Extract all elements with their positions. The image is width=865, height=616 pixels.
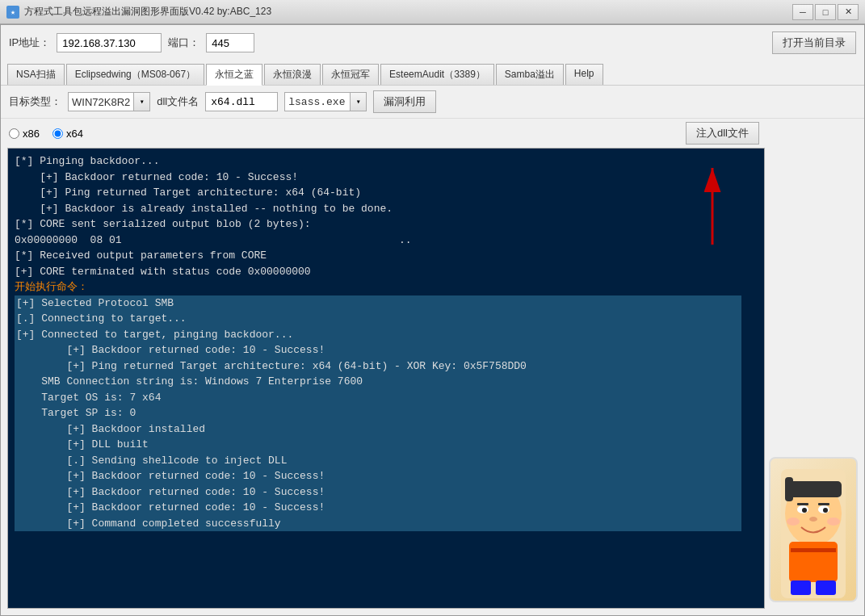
svg-rect-15	[789, 542, 838, 582]
inject-btn-wrap: 注入dll文件	[686, 122, 759, 145]
character-image	[769, 457, 858, 602]
tab-eternalblue[interactable]: 永恒之蓝	[206, 64, 262, 86]
lsass-dropdown[interactable]: lsass.exe ▾	[284, 92, 367, 111]
svg-point-14	[827, 518, 840, 526]
x86-radio[interactable]	[9, 128, 19, 139]
svg-rect-11	[818, 503, 829, 505]
tab-bar: NSA扫描 Eclipsedwing（MS08-067） 永恒之蓝 永恒浪漫 永…	[1, 61, 864, 86]
target-type-label: 目标类型：	[9, 94, 61, 109]
x86-radio-label[interactable]: x86	[9, 128, 40, 140]
x86-label: x86	[23, 128, 40, 140]
target-type-value: WIN72K8R2	[69, 94, 133, 110]
window-controls: ─ □ ✕	[792, 4, 859, 20]
port-label: 端口：	[168, 36, 199, 50]
tab-eternalchampion[interactable]: 永恒冠军	[322, 64, 379, 85]
x64-radio[interactable]	[52, 128, 63, 139]
ip-label: IP地址：	[9, 36, 50, 50]
close-button[interactable]: ✕	[838, 4, 859, 20]
tab-nsa[interactable]: NSA扫描	[7, 64, 65, 85]
app-icon: ★	[6, 6, 19, 19]
maximize-button[interactable]: □	[815, 4, 836, 20]
svg-rect-10	[797, 503, 808, 505]
console-output[interactable]: [*] Pinging backdoor... [+] Backdoor ret…	[8, 149, 764, 608]
exploit-button[interactable]: 漏洞利用	[373, 90, 436, 113]
svg-rect-17	[791, 580, 811, 595]
dll-label: dll文件名	[157, 94, 199, 109]
radio-row: x86 x64 注入dll文件	[1, 119, 864, 148]
tab-help[interactable]: Help	[565, 64, 603, 85]
config-row: 目标类型： WIN72K8R2 ▾ dll文件名 lsass.exe ▾ 漏洞利…	[1, 86, 864, 119]
target-type-arrow[interactable]: ▾	[133, 93, 149, 111]
svg-point-12	[809, 517, 817, 522]
inject-dll-button[interactable]: 注入dll文件	[686, 122, 759, 145]
lsass-arrow[interactable]: ▾	[350, 93, 366, 111]
target-type-dropdown[interactable]: WIN72K8R2 ▾	[68, 92, 150, 111]
svg-rect-16	[791, 548, 836, 552]
console-area: [*] Pinging backdoor... [+] Backdoor ret…	[7, 148, 765, 609]
top-row: IP地址： 端口： 打开当前目录	[1, 25, 864, 61]
x64-label: x64	[66, 128, 83, 140]
console-wrapper: [*] Pinging backdoor... [+] Backdoor ret…	[7, 148, 858, 609]
minimize-button[interactable]: ─	[792, 4, 813, 20]
open-dir-button[interactable]: 打开当前目录	[772, 31, 856, 54]
tab-esteemaudit[interactable]: EsteemAudit（3389）	[380, 64, 494, 85]
svg-rect-5	[785, 477, 793, 501]
svg-point-13	[787, 518, 800, 526]
tab-eternalromance[interactable]: 永恒浪漫	[264, 64, 321, 85]
window-title: 方程式工具包远程溢出漏洞图形界面版V0.42 by:ABC_123	[24, 5, 792, 19]
svg-point-9	[823, 508, 828, 513]
dll-filename-input[interactable]	[205, 92, 278, 111]
title-bar: ★ 方程式工具包远程溢出漏洞图形界面版V0.42 by:ABC_123 ─ □ …	[0, 0, 865, 24]
tab-samba[interactable]: Samba溢出	[496, 64, 564, 85]
svg-rect-18	[816, 580, 836, 595]
character-svg	[773, 461, 854, 598]
svg-rect-4	[785, 481, 842, 497]
x64-radio-label[interactable]: x64	[52, 128, 83, 140]
lsass-value: lsass.exe	[285, 94, 350, 110]
port-input[interactable]	[206, 33, 254, 52]
ip-input[interactable]	[57, 33, 162, 52]
main-window: IP地址： 端口： 打开当前目录 NSA扫描 Eclipsedwing（MS08…	[0, 24, 865, 616]
svg-point-8	[802, 508, 807, 513]
tab-eclipsedwing[interactable]: Eclipsedwing（MS08-067）	[66, 64, 204, 85]
